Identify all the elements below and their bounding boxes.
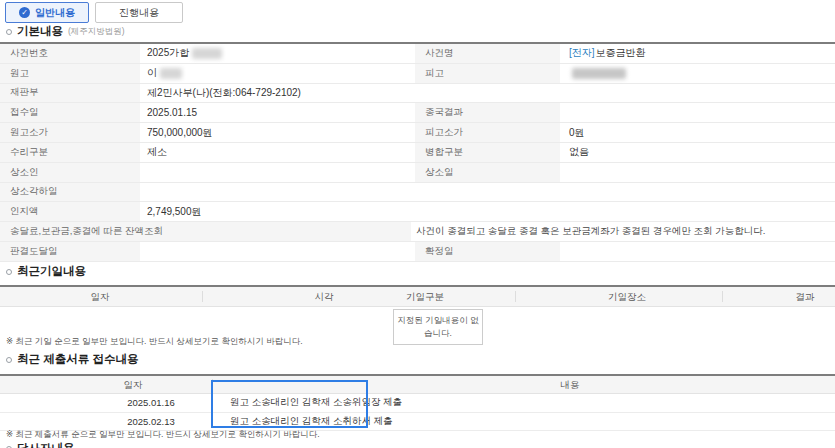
document-date: 2025.01.16 xyxy=(0,394,212,412)
table-row: 상소인 상소일 xyxy=(0,163,835,183)
table-row: 송달료,보관금,종결에 따른 잔액조회 사건이 종결되고 송달료 종결 혹은 보… xyxy=(0,222,835,242)
parties-section-header: 당사자내용 xyxy=(6,441,75,448)
check-circle-icon: ✓ xyxy=(19,7,30,18)
acceptance-label: 수리구분 xyxy=(0,143,140,162)
documents-table: 일자 내용 2025.01.16 원고 소송대리인 김학재 소송위임장 제출 2… xyxy=(0,374,835,431)
tab-general-label: 일반내용 xyxy=(35,6,75,20)
defendant-claim-value: 0원 xyxy=(560,123,835,142)
case-name-label: 사건명 xyxy=(415,44,560,63)
documents-col-content: 내용 xyxy=(561,378,580,391)
table-row: 원고소가 750,000,000원 피고소가 0원 xyxy=(0,123,835,143)
case-detail-page: ✓ 일반내용 진행내용 기본내용 (제주지방법원) 사건번호 2025가합 사건… xyxy=(0,0,835,448)
judgment-delivery-label: 판결도달일 xyxy=(0,242,140,261)
filing-date-label: 접수일 xyxy=(0,103,140,122)
hearings-section-title: 최근기일내용 xyxy=(17,264,86,279)
table-row: 재판부 제2민사부(나)(전화:064-729-2102) xyxy=(0,84,835,104)
appellant-value xyxy=(140,163,415,182)
document-content: 원고 소송대리인 김학재 소송위임장 제출 xyxy=(212,394,835,412)
hearings-col-time: 시각 xyxy=(315,290,334,303)
tab-progress-content[interactable]: 진행내용 xyxy=(95,2,183,23)
column-divider xyxy=(212,379,213,389)
table-row: 판결도달일 확정일 xyxy=(0,242,835,262)
documents-table-header: 일자 내용 xyxy=(0,376,835,394)
table-row: 원고 이 피고 xyxy=(0,64,835,84)
defendant-claim-label: 피고소가 xyxy=(415,123,560,142)
defendant-value xyxy=(560,64,835,83)
documents-section-title: 최근 제출서류 접수내용 xyxy=(17,352,138,367)
appeal-date-label: 상소일 xyxy=(415,163,560,182)
column-divider xyxy=(515,291,516,302)
hearings-table: 일자 시각 기일구분 기일장소 결과 지정된 기일내용이 없습니다. xyxy=(0,285,835,337)
column-divider xyxy=(202,291,203,302)
hearings-col-type: 기일구분 xyxy=(406,290,444,303)
hearings-col-result: 결과 xyxy=(796,290,815,303)
appeal-dismissal-label: 상소각하일 xyxy=(0,183,140,202)
court-dept-value: 제2민사부(나)(전화:064-729-2102) xyxy=(140,84,835,103)
confirm-date-label: 확정일 xyxy=(415,242,560,261)
plaintiff-claim-value: 750,000,000원 xyxy=(140,123,415,142)
filing-date-value: 2025.01.15 xyxy=(140,103,415,122)
hearings-table-header: 일자 시각 기일구분 기일장소 결과 xyxy=(0,287,835,307)
balance-inquiry-label: 송달료,보관금,종결에 따른 잔액조회 xyxy=(0,222,411,241)
acceptance-value: 제소 xyxy=(140,143,415,162)
merge-value: 없음 xyxy=(560,143,835,162)
column-divider xyxy=(722,291,723,302)
court-name: (제주지방법원) xyxy=(68,26,125,38)
basic-section-title: 기본내용 xyxy=(17,24,63,39)
judgment-delivery-value xyxy=(140,242,415,261)
hearings-col-date: 일자 xyxy=(91,290,110,303)
case-name-value: [전자] 보증금반환 xyxy=(560,44,835,63)
circle-bullet-icon xyxy=(6,357,12,363)
parties-section-title: 당사자내용 xyxy=(17,441,75,448)
case-number-label: 사건번호 xyxy=(0,44,140,63)
defendant-label: 피고 xyxy=(415,64,560,83)
no-hearings-message: 지정된 기일내용이 없습니다. xyxy=(393,309,483,345)
hearings-note: ※ 최근 기일 순으로 일부만 보입니다. 반드시 상세보기로 확인하시기 바랍… xyxy=(6,336,303,348)
documents-col-date: 일자 xyxy=(124,378,143,391)
appeal-dismissal-value xyxy=(140,183,835,202)
appeal-date-value xyxy=(560,163,835,182)
table-row: 수리구분 제소 병합구분 없음 xyxy=(0,143,835,163)
hearings-section-header: 최근기일내용 xyxy=(6,264,86,279)
electronic-tag: [전자] xyxy=(569,46,595,60)
tab-progress-label: 진행내용 xyxy=(119,6,159,20)
redacted-blur xyxy=(572,68,626,79)
circle-bullet-icon xyxy=(6,29,12,35)
case-number-value: 2025가합 xyxy=(140,44,415,63)
appellant-label: 상소인 xyxy=(0,163,140,182)
table-row: 인지액 2,749,500원 xyxy=(0,202,835,222)
stamp-fee-value: 2,749,500원 xyxy=(140,202,835,221)
basic-info-table: 사건번호 2025가합 사건명 [전자] 보증금반환 원고 이 피고 재판부 제… xyxy=(0,42,835,262)
final-result-value xyxy=(560,103,835,122)
table-row: 사건번호 2025가합 사건명 [전자] 보증금반환 xyxy=(0,44,835,64)
final-result-label: 종국결과 xyxy=(415,103,560,122)
plaintiff-label: 원고 xyxy=(0,64,140,83)
balance-inquiry-notice: 사건이 종결되고 송달료 종결 혹은 보관금계좌가 종결된 경우에만 조회 가능… xyxy=(411,222,835,241)
tab-general-content[interactable]: ✓ 일반내용 xyxy=(5,2,89,23)
plaintiff-claim-label: 원고소가 xyxy=(0,123,140,142)
documents-note: ※ 최근 제출서류 순으로 일부만 보입니다. 반드시 상세보기로 확인하시기 … xyxy=(6,429,320,441)
court-dept-label: 재판부 xyxy=(0,84,140,103)
document-content: 원고 소송대리인 김학재 소취하서 제출 xyxy=(212,413,835,431)
stamp-fee-label: 인지액 xyxy=(0,202,140,221)
hearings-table-body: 지정된 기일내용이 없습니다. xyxy=(0,307,835,337)
plaintiff-value: 이 xyxy=(140,64,415,83)
circle-bullet-icon xyxy=(6,269,12,275)
table-row: 접수일 2025.01.15 종국결과 xyxy=(0,103,835,123)
document-date: 2025.02.13 xyxy=(0,413,212,431)
documents-section-header: 최근 제출서류 접수내용 xyxy=(6,352,138,367)
confirm-date-value xyxy=(560,242,835,261)
redacted-blur xyxy=(192,48,222,59)
document-row: 2025.01.16 원고 소송대리인 김학재 소송위임장 제출 xyxy=(0,394,835,413)
hearings-col-place: 기일장소 xyxy=(608,290,646,303)
redacted-blur xyxy=(160,68,182,79)
merge-label: 병합구분 xyxy=(415,143,560,162)
table-row: 상소각하일 xyxy=(0,183,835,203)
basic-section-header: 기본내용 (제주지방법원) xyxy=(6,24,125,39)
